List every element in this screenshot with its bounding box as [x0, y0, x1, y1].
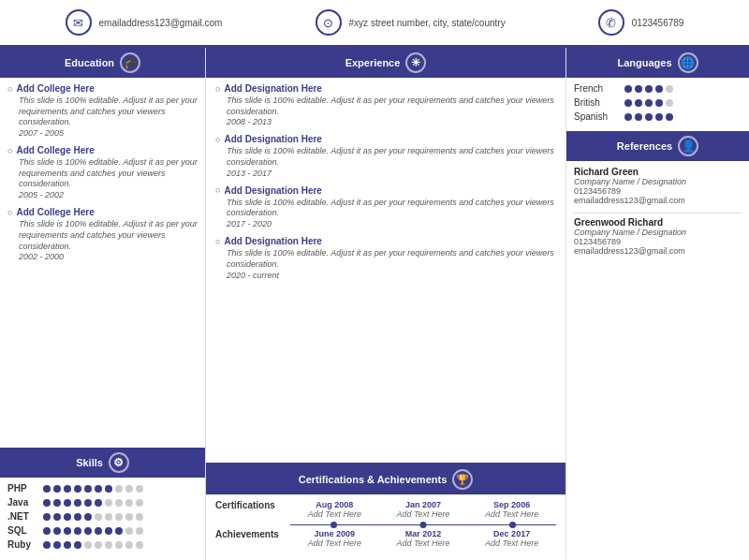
left-column: Education 🎓 Add College Here This slide …	[0, 48, 206, 559]
dot	[125, 499, 133, 507]
dot	[84, 541, 92, 549]
cert-date-1-3: Sep 2006	[485, 500, 538, 509]
dot	[105, 541, 112, 549]
cert-date-1-2: Jan 2007	[396, 500, 449, 509]
main-layout: Education 🎓 Add College Here This slide …	[0, 48, 749, 559]
dot	[64, 513, 71, 521]
dot	[645, 85, 653, 93]
dot	[74, 499, 81, 507]
skill-name-sql: SQL	[7, 525, 37, 536]
cert-date-2-2: Mar 2012	[396, 529, 449, 538]
edu-desc-1: This slide is 100% editable. Adjust it a…	[7, 96, 198, 128]
dot	[64, 485, 71, 493]
skill-name-java: Java	[7, 497, 37, 508]
cert-text-1-1: Add Text Here	[308, 509, 361, 519]
experience-section: Experience ✳ Add Designation Here This s…	[206, 48, 565, 463]
dot	[53, 541, 61, 549]
edu-entry-2: Add College Here This slide is 100% edit…	[7, 145, 198, 199]
dot	[84, 499, 92, 507]
edu-entry-1: Add College Here This slide is 100% edit…	[7, 83, 198, 138]
lang-name-british: British	[574, 97, 619, 108]
phone-text: 0123456789	[632, 18, 684, 28]
cert-date-1-1: Aug 2008	[308, 500, 361, 509]
phone-contact: ✆ 0123456789	[598, 9, 684, 36]
education-header: Education 🎓	[0, 48, 205, 78]
lang-french: French	[574, 83, 742, 94]
ref-entry-1: Richard Green Company Name / Designation…	[574, 167, 742, 205]
lang-dots-spanish	[624, 113, 673, 121]
dot	[53, 485, 61, 493]
timeline-dot	[330, 522, 337, 528]
education-content: Add College Here This slide is 100% edit…	[0, 78, 205, 448]
edu-title-1: Add College Here	[7, 83, 198, 94]
cert-text-2-3: Add Text Here	[485, 538, 538, 548]
skill-name-php: PHP	[7, 483, 37, 494]
exp-desc-1: This slide is 100% editable. Adjust it a…	[215, 96, 556, 117]
ref-name-1: Richard Green	[574, 167, 742, 177]
exp-title-2: Add Designation Here	[215, 134, 556, 144]
cert-text-2-1: Add Text Here	[308, 538, 361, 548]
languages-title: Languages	[617, 57, 671, 68]
dot	[95, 527, 102, 535]
cert-item-2-2: Mar 2012 Add Text Here	[396, 529, 449, 548]
edu-desc-3: This slide is 100% editable. Adjust it a…	[7, 219, 198, 252]
ref-phone-1: 0123456789	[574, 186, 742, 196]
ref-name-2: Greenwood Richard	[574, 217, 742, 228]
dot	[655, 113, 663, 121]
experience-icon: ✳	[405, 52, 426, 73]
exp-desc-4: This slide is 100% editable. Adjust it a…	[215, 248, 556, 270]
dot	[95, 499, 102, 507]
edu-year-3: 2002 - 2000	[7, 252, 198, 261]
lang-name-french: French	[574, 83, 619, 94]
dot	[136, 485, 143, 493]
exp-title-1: Add Designation Here	[215, 83, 556, 94]
dot	[53, 499, 61, 507]
dot	[635, 99, 642, 107]
email-text: emailaddress123@gmail.com	[99, 18, 223, 28]
education-icon: 🎓	[120, 52, 140, 73]
lang-name-spanish: Spanish	[574, 111, 619, 122]
dot	[53, 527, 61, 535]
top-bar: ✉ emailaddress123@gmail.com ⊙ #xyz stree…	[0, 0, 749, 48]
skill-net: .NET	[7, 511, 198, 522]
exp-title-3: Add Designation Here	[215, 185, 556, 196]
dot	[43, 513, 51, 521]
cert-date-2-1: June 2009	[308, 529, 361, 538]
dot	[43, 541, 51, 549]
experience-title: Experience	[345, 57, 401, 68]
dot	[74, 527, 81, 535]
dot	[125, 513, 133, 521]
lang-dots-british	[624, 99, 673, 107]
dot	[105, 499, 112, 507]
dot	[125, 485, 133, 493]
dot	[655, 99, 663, 107]
ref-email-1: emailaddress123@gmail.com	[574, 196, 742, 205]
ref-designation-2: Company Name / Designation	[574, 228, 742, 237]
dot	[105, 513, 112, 521]
skills-title: Skills	[76, 457, 103, 468]
edu-year-1: 2007 - 2005	[7, 128, 198, 138]
skill-name-net: .NET	[7, 511, 37, 522]
dot	[645, 113, 653, 121]
cert-item-2-1: June 2009 Add Text Here	[308, 529, 361, 548]
certifications-content: Certifications Aug 2008 Add Text Here Ja…	[206, 494, 565, 559]
dot	[136, 499, 143, 507]
phone-icon: ✆	[598, 9, 624, 36]
cert-items-1: Aug 2008 Add Text Here Jan 2007 Add Text…	[290, 500, 556, 519]
skill-dots-net	[43, 513, 143, 521]
exp-entry-4: Add Designation Here This slide is 100% …	[215, 236, 556, 279]
certifications-section: Certifications & Achievements 🏆 Certific…	[206, 463, 565, 559]
dot	[136, 541, 143, 549]
dot	[655, 85, 663, 93]
ref-divider	[574, 213, 742, 214]
dot	[115, 513, 123, 521]
certifications-title: Certifications & Achievements	[299, 474, 448, 485]
location-text: #xyz street number, city, state/country	[349, 18, 506, 28]
dot	[645, 99, 653, 107]
cert-items-2: June 2009 Add Text Here Mar 2012 Add Tex…	[290, 529, 556, 548]
exp-entry-2: Add Designation Here This slide is 100% …	[215, 134, 556, 177]
cert-row-1: Certifications Aug 2008 Add Text Here Ja…	[215, 500, 556, 519]
edu-entry-3: Add College Here This slide is 100% edit…	[7, 207, 198, 261]
location-contact: ⊙ #xyz street number, city, state/countr…	[316, 9, 506, 36]
ref-designation-1: Company Name / Designation	[574, 177, 742, 186]
